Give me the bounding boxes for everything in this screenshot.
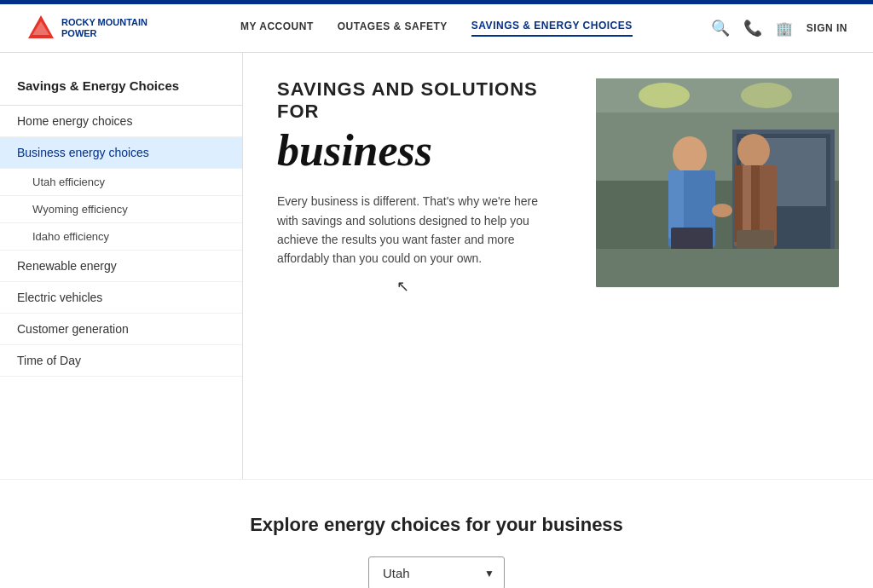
header: ROCKY MOUNTAIN POWER MY ACCOUNT OUTAGES … xyxy=(0,4,873,53)
nav-item-outages[interactable]: OUTAGES & SAFETY xyxy=(338,20,448,36)
page-layout: Savings & Energy Choices Home energy cho… xyxy=(0,53,873,479)
svg-point-10 xyxy=(673,136,707,174)
svg-point-13 xyxy=(737,134,770,168)
sidebar-item-idaho-efficiency[interactable]: Idaho efficiency xyxy=(0,223,242,251)
sidebar-item-utah-efficiency[interactable]: Utah efficiency xyxy=(0,169,242,196)
nav-item-my-account[interactable]: MY ACCOUNT xyxy=(240,20,314,36)
hero-image-svg xyxy=(596,78,839,287)
hero-section: SAVINGS AND SOLUTIONS FOR business Every… xyxy=(277,78,839,320)
sidebar-item-electric-vehicles[interactable]: Electric vehicles xyxy=(0,282,242,314)
state-select-container: Utah Wyoming Idaho ▼ xyxy=(17,556,856,588)
hero-image xyxy=(596,78,839,287)
hero-text: SAVINGS AND SOLUTIONS FOR business Every… xyxy=(277,78,562,320)
hero-subtitle: SAVINGS AND SOLUTIONS FOR xyxy=(277,78,562,123)
hero-description: Every business is different. That's why … xyxy=(277,192,550,268)
svg-point-6 xyxy=(741,83,792,108)
state-select-wrapper: Utah Wyoming Idaho ▼ xyxy=(368,556,505,588)
sidebar-item-customer-generation[interactable]: Customer generation xyxy=(0,314,242,345)
explore-title: Explore energy choices for your business xyxy=(17,514,856,536)
phone-icon[interactable]: 📞 xyxy=(743,19,762,37)
sidebar-item-business-energy[interactable]: Business energy choices xyxy=(0,137,242,169)
sidebar-title: Savings & Energy Choices xyxy=(0,70,242,106)
hero-title: business xyxy=(277,126,562,175)
logo-icon xyxy=(26,13,56,43)
header-icons: 🔍 📞 🏢 SIGN IN xyxy=(711,19,847,37)
state-select[interactable]: Utah Wyoming Idaho xyxy=(368,556,505,588)
logo-text-line2: POWER xyxy=(61,28,147,39)
svg-point-18 xyxy=(712,204,732,217)
sidebar: Savings & Energy Choices Home energy cho… xyxy=(0,53,243,479)
sign-in-button[interactable]: SIGN IN xyxy=(807,22,847,34)
nav-item-savings[interactable]: SAVINGS & ENERGY CHOICES xyxy=(471,20,633,37)
logo[interactable]: ROCKY MOUNTAIN POWER xyxy=(26,13,162,43)
sidebar-item-renewable-energy[interactable]: Renewable energy xyxy=(0,251,242,282)
cursor-area: ↖ xyxy=(277,268,562,320)
bottom-section: Explore energy choices for your business… xyxy=(0,479,873,588)
svg-rect-21 xyxy=(596,249,839,287)
svg-rect-4 xyxy=(596,78,839,112)
sidebar-item-wyoming-efficiency[interactable]: Wyoming efficiency xyxy=(0,196,242,223)
sidebar-item-time-of-day[interactable]: Time of Day xyxy=(0,345,242,377)
logo-text-line1: ROCKY MOUNTAIN xyxy=(61,17,147,28)
cursor-icon: ↖ xyxy=(396,277,409,296)
search-icon[interactable]: 🔍 xyxy=(711,19,730,37)
sidebar-item-home-energy[interactable]: Home energy choices xyxy=(0,106,242,137)
svg-point-5 xyxy=(639,83,690,108)
main-content: SAVINGS AND SOLUTIONS FOR business Every… xyxy=(243,53,873,479)
account-icon[interactable]: 🏢 xyxy=(776,20,793,37)
main-nav: MY ACCOUNT OUTAGES & SAFETY SAVINGS & EN… xyxy=(162,20,711,37)
